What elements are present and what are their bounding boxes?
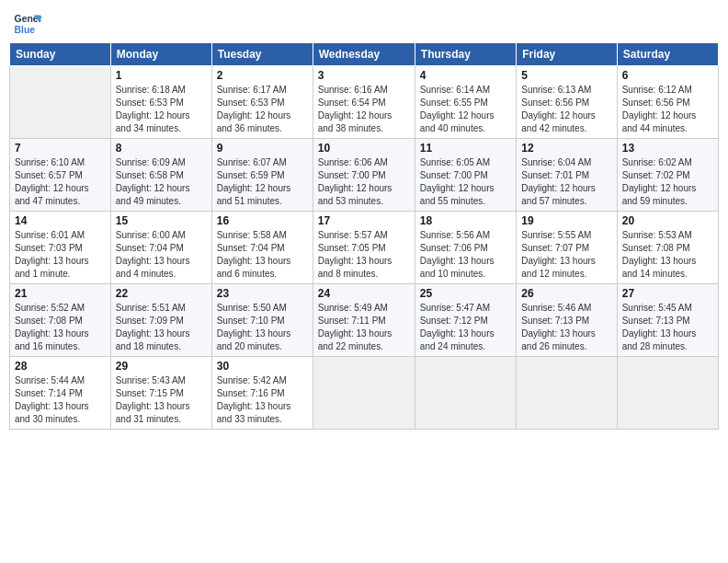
day-info: Sunrise: 6:09 AM Sunset: 6:58 PM Dayligh… — [116, 156, 207, 208]
day-number: 29 — [116, 360, 207, 373]
day-number: 19 — [521, 214, 611, 227]
weekday-header-cell: Thursday — [415, 43, 516, 66]
day-info: Sunrise: 5:45 AM Sunset: 7:13 PM Dayligh… — [622, 302, 713, 353]
day-info: Sunrise: 5:55 AM Sunset: 7:07 PM Dayligh… — [521, 229, 611, 281]
calendar-week-row: 21Sunrise: 5:52 AM Sunset: 7:08 PM Dayli… — [10, 284, 719, 357]
calendar-day-cell: 16Sunrise: 5:58 AM Sunset: 7:04 PM Dayli… — [211, 212, 313, 284]
day-info: Sunrise: 6:01 AM Sunset: 7:03 PM Dayligh… — [15, 229, 106, 281]
day-number: 10 — [318, 142, 410, 155]
calendar-day-cell: 19Sunrise: 5:55 AM Sunset: 7:07 PM Dayli… — [517, 212, 617, 284]
day-number: 16 — [217, 214, 308, 227]
calendar-day-cell: 5Sunrise: 6:13 AM Sunset: 6:56 PM Daylig… — [517, 66, 617, 139]
day-info: Sunrise: 6:16 AM Sunset: 6:54 PM Dayligh… — [318, 84, 410, 135]
calendar-day-cell: 9Sunrise: 6:07 AM Sunset: 6:59 PM Daylig… — [211, 139, 313, 212]
day-number: 8 — [116, 142, 207, 155]
calendar-body: 1Sunrise: 6:18 AM Sunset: 6:53 PM Daylig… — [10, 66, 719, 430]
calendar-day-cell: 6Sunrise: 6:12 AM Sunset: 6:56 PM Daylig… — [617, 66, 718, 139]
calendar-day-cell: 14Sunrise: 6:01 AM Sunset: 7:03 PM Dayli… — [10, 212, 111, 284]
day-info: Sunrise: 6:02 AM Sunset: 7:02 PM Dayligh… — [622, 156, 713, 208]
calendar-day-cell: 13Sunrise: 6:02 AM Sunset: 7:02 PM Dayli… — [617, 139, 718, 212]
calendar-day-cell: 25Sunrise: 5:47 AM Sunset: 7:12 PM Dayli… — [415, 284, 516, 357]
day-info: Sunrise: 5:52 AM Sunset: 7:08 PM Dayligh… — [15, 302, 106, 353]
calendar-day-cell: 22Sunrise: 5:51 AM Sunset: 7:09 PM Dayli… — [110, 284, 211, 357]
day-info: Sunrise: 5:51 AM Sunset: 7:09 PM Dayligh… — [116, 302, 207, 353]
day-number: 22 — [116, 287, 207, 300]
calendar-day-cell: 15Sunrise: 6:00 AM Sunset: 7:04 PM Dayli… — [110, 212, 211, 284]
weekday-header-cell: Monday — [110, 43, 211, 66]
weekday-header-cell: Saturday — [617, 43, 718, 66]
day-number: 5 — [521, 69, 611, 82]
calendar-day-cell: 18Sunrise: 5:56 AM Sunset: 7:06 PM Dayli… — [415, 212, 516, 284]
day-info: Sunrise: 6:06 AM Sunset: 7:00 PM Dayligh… — [318, 156, 410, 208]
day-number: 23 — [217, 287, 308, 300]
day-number: 13 — [622, 142, 713, 155]
calendar-week-row: 14Sunrise: 6:01 AM Sunset: 7:03 PM Dayli… — [10, 212, 719, 284]
day-info: Sunrise: 6:18 AM Sunset: 6:53 PM Dayligh… — [116, 84, 207, 135]
calendar-day-cell: 28Sunrise: 5:44 AM Sunset: 7:14 PM Dayli… — [10, 357, 111, 430]
calendar-day-cell — [617, 357, 718, 430]
day-info: Sunrise: 6:05 AM Sunset: 7:00 PM Dayligh… — [420, 156, 511, 208]
calendar-day-cell: 27Sunrise: 5:45 AM Sunset: 7:13 PM Dayli… — [617, 284, 718, 357]
weekday-header-cell: Sunday — [10, 43, 111, 66]
calendar-day-cell: 29Sunrise: 5:43 AM Sunset: 7:15 PM Dayli… — [110, 357, 211, 430]
calendar-day-cell: 23Sunrise: 5:50 AM Sunset: 7:10 PM Dayli… — [211, 284, 313, 357]
calendar-day-cell: 12Sunrise: 6:04 AM Sunset: 7:01 PM Dayli… — [517, 139, 617, 212]
day-number: 6 — [622, 69, 713, 82]
day-info: Sunrise: 6:00 AM Sunset: 7:04 PM Dayligh… — [116, 229, 207, 281]
calendar-day-cell: 17Sunrise: 5:57 AM Sunset: 7:05 PM Dayli… — [313, 212, 415, 284]
calendar-day-cell — [517, 357, 617, 430]
day-number: 24 — [318, 287, 410, 300]
calendar-day-cell: 30Sunrise: 5:42 AM Sunset: 7:16 PM Dayli… — [211, 357, 313, 430]
day-number: 3 — [318, 69, 410, 82]
day-number: 9 — [217, 142, 308, 155]
day-number: 20 — [622, 214, 713, 227]
day-number: 15 — [116, 214, 207, 227]
calendar-day-cell: 2Sunrise: 6:17 AM Sunset: 6:53 PM Daylig… — [211, 66, 313, 139]
day-number: 4 — [420, 69, 511, 82]
day-info: Sunrise: 6:14 AM Sunset: 6:55 PM Dayligh… — [420, 84, 511, 135]
day-number: 27 — [622, 287, 713, 300]
day-number: 17 — [318, 214, 410, 227]
day-number: 11 — [420, 142, 511, 155]
weekday-header-cell: Friday — [517, 43, 617, 66]
day-number: 2 — [217, 69, 308, 82]
day-number: 26 — [521, 287, 611, 300]
day-info: Sunrise: 5:53 AM Sunset: 7:08 PM Dayligh… — [622, 229, 713, 281]
day-info: Sunrise: 5:44 AM Sunset: 7:14 PM Dayligh… — [15, 374, 106, 426]
logo: General Blue — [13, 9, 46, 39]
day-number: 7 — [15, 142, 106, 155]
day-number: 12 — [521, 142, 611, 155]
day-info: Sunrise: 5:43 AM Sunset: 7:15 PM Dayligh… — [116, 374, 207, 426]
day-info: Sunrise: 5:58 AM Sunset: 7:04 PM Dayligh… — [217, 229, 308, 281]
calendar-day-cell: 11Sunrise: 6:05 AM Sunset: 7:00 PM Dayli… — [415, 139, 516, 212]
calendar-week-row: 7Sunrise: 6:10 AM Sunset: 6:57 PM Daylig… — [10, 139, 719, 212]
weekday-header-cell: Wednesday — [313, 43, 415, 66]
svg-text:Blue: Blue — [15, 25, 36, 35]
calendar-day-cell: 21Sunrise: 5:52 AM Sunset: 7:08 PM Dayli… — [10, 284, 111, 357]
day-info: Sunrise: 5:56 AM Sunset: 7:06 PM Dayligh… — [420, 229, 511, 281]
day-info: Sunrise: 6:12 AM Sunset: 6:56 PM Dayligh… — [622, 84, 713, 135]
day-number: 14 — [15, 214, 106, 227]
day-info: Sunrise: 6:17 AM Sunset: 6:53 PM Dayligh… — [217, 84, 308, 135]
calendar-day-cell: 24Sunrise: 5:49 AM Sunset: 7:11 PM Dayli… — [313, 284, 415, 357]
calendar-week-row: 1Sunrise: 6:18 AM Sunset: 6:53 PM Daylig… — [10, 66, 719, 139]
calendar-day-cell: 3Sunrise: 6:16 AM Sunset: 6:54 PM Daylig… — [313, 66, 415, 139]
calendar-day-cell: 4Sunrise: 6:14 AM Sunset: 6:55 PM Daylig… — [415, 66, 516, 139]
header: General Blue — [9, 9, 719, 39]
day-info: Sunrise: 6:13 AM Sunset: 6:56 PM Dayligh… — [521, 84, 611, 135]
day-info: Sunrise: 5:50 AM Sunset: 7:10 PM Dayligh… — [217, 302, 308, 353]
day-number: 28 — [15, 360, 106, 373]
calendar-day-cell: 7Sunrise: 6:10 AM Sunset: 6:57 PM Daylig… — [10, 139, 111, 212]
calendar-day-cell — [10, 66, 111, 139]
calendar-day-cell — [415, 357, 516, 430]
calendar-day-cell: 26Sunrise: 5:46 AM Sunset: 7:13 PM Dayli… — [517, 284, 617, 357]
day-number: 18 — [420, 214, 511, 227]
day-info: Sunrise: 5:57 AM Sunset: 7:05 PM Dayligh… — [318, 229, 410, 281]
calendar-table: SundayMondayTuesdayWednesdayThursdayFrid… — [9, 42, 719, 430]
day-info: Sunrise: 6:07 AM Sunset: 6:59 PM Dayligh… — [217, 156, 308, 208]
day-number: 30 — [217, 360, 308, 373]
calendar-day-cell: 20Sunrise: 5:53 AM Sunset: 7:08 PM Dayli… — [617, 212, 718, 284]
logo-icon: General Blue — [13, 9, 42, 39]
day-info: Sunrise: 5:42 AM Sunset: 7:16 PM Dayligh… — [217, 374, 308, 426]
day-info: Sunrise: 5:49 AM Sunset: 7:11 PM Dayligh… — [318, 302, 410, 353]
